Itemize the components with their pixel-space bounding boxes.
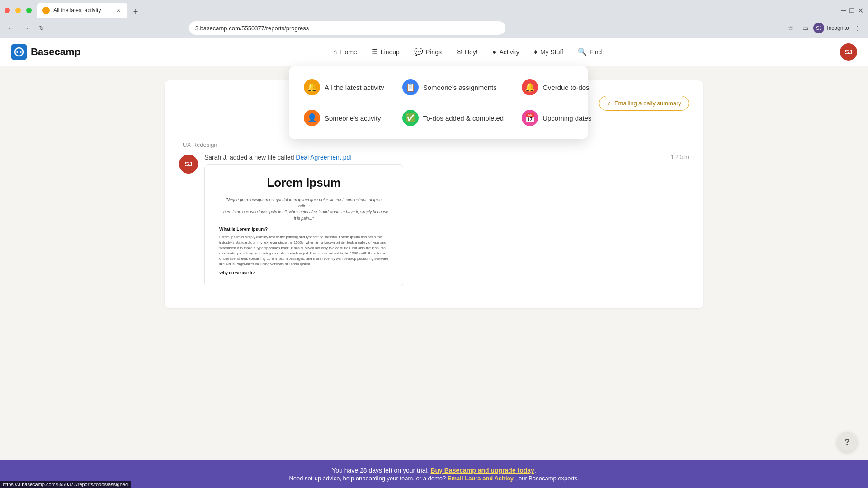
pings-icon: 💬: [414, 47, 423, 56]
tab-title: All the latest activity: [53, 7, 111, 14]
nav-activity-label: Activity: [499, 48, 519, 56]
activity-time: 1:20pm: [671, 154, 689, 160]
dropdown-someones-assignments-label: Someone's assignments: [423, 84, 497, 91]
lorem-title: Lorem Ipsum: [219, 176, 388, 190]
email-summary-check: ✓: [607, 100, 612, 107]
dropdown-someones-activity-label: Someone's activity: [325, 114, 381, 122]
file-preview[interactable]: Lorem Ipsum "Neque porro quisquam est qu…: [204, 164, 403, 286]
url-text: 3.basecamp.com/5550377/reports/progress: [195, 25, 309, 32]
dropdown-todos-completed-label: To-dos added & completed: [423, 114, 504, 122]
activity-avatar: SJ: [179, 155, 198, 174]
activity-dropdown: 🔔 All the latest activity 📋 Someone's as…: [289, 66, 588, 139]
address-bar[interactable]: 3.basecamp.com/5550377/reports/progress: [189, 21, 505, 35]
second-line-prefix: Need set-up advice, help onboarding your…: [289, 475, 446, 482]
nav-hey-label: Hey!: [465, 48, 478, 56]
nav-find-label: Find: [590, 48, 602, 56]
activity-item: SJ Sarah J. added a new file called Deal…: [179, 154, 689, 286]
browser-tab[interactable]: All the latest activity ×: [37, 3, 127, 18]
brand-name: Basecamp: [31, 46, 80, 58]
trial-text: You have 28 days left on your trial. Buy…: [11, 467, 857, 474]
todos-completed-icon: ✅: [402, 110, 419, 126]
svg-point-1: [16, 51, 18, 53]
lorem-section1-body: Lorem Ipsum is simply dummy text of the …: [219, 235, 388, 267]
activity-description: Sarah J. added a new file called Deal Ag…: [204, 154, 352, 161]
email-summary-label: Emailing a daily summary: [614, 100, 681, 107]
dropdown-todos-completed[interactable]: ✅ To-dos added & completed: [395, 104, 511, 131]
status-bar: https://3.basecamp.com/5550377/reports/t…: [0, 481, 131, 488]
dropdown-someones-activity[interactable]: 👤 Someone's activity: [297, 104, 392, 131]
dropdown-overdue-todos-label: Overdue to-dos: [542, 84, 589, 91]
email-summary-button[interactable]: ✓ Emailing a daily summary: [599, 96, 689, 111]
nav-lineup[interactable]: ☰ Lineup: [365, 44, 406, 60]
email-experts-link[interactable]: Email Laura and Ashley: [448, 475, 514, 482]
nav-find[interactable]: 🔍 Find: [571, 44, 608, 60]
more-button[interactable]: ⋮: [851, 22, 863, 34]
trial-second-line: Need set-up advice, help onboarding your…: [11, 475, 857, 482]
nav-home[interactable]: ⌂ Home: [327, 44, 363, 60]
nav-activity[interactable]: ● Activity: [486, 44, 526, 60]
user-avatar[interactable]: SJ: [840, 43, 857, 61]
email-suffix: , our Basecamp experts.: [515, 475, 579, 482]
activity-header-row: Sarah J. added a new file called Deal Ag…: [204, 154, 689, 161]
hey-icon: ✉: [456, 47, 462, 56]
nav-links: ⌂ Home ☰ Lineup 💬 Pings ✉ Hey! ● Activit…: [95, 44, 840, 60]
incognito-badge: SJ Incognito: [813, 23, 849, 33]
svg-point-0: [15, 48, 23, 56]
window-maximize-button[interactable]: □: [849, 6, 854, 15]
upgrade-suffix: .: [534, 467, 536, 474]
cast-button[interactable]: ▭: [799, 22, 811, 34]
help-button[interactable]: ?: [837, 432, 857, 452]
back-button[interactable]: ←: [5, 22, 17, 34]
activity-description-prefix: Sarah J. added a new file called: [204, 154, 294, 161]
dropdown-upcoming-dates-label: Upcoming dates: [542, 114, 591, 122]
lorem-quote1: "Neque porro quisquam est qui dolorem ip…: [219, 197, 388, 221]
trial-main-text: You have 28 days left on your trial.: [332, 467, 429, 474]
nav-my-stuff[interactable]: ♦ My Stuff: [528, 44, 570, 60]
someones-activity-icon: 👤: [304, 110, 320, 126]
new-tab-button[interactable]: +: [129, 5, 142, 18]
dropdown-all-latest-activity[interactable]: 🔔 All the latest activity: [297, 74, 392, 101]
project-label: UX Redesign: [179, 141, 689, 148]
someones-assignments-icon: 📋: [402, 79, 419, 95]
nav-pings[interactable]: 💬 Pings: [408, 44, 448, 60]
file-preview-content: Lorem Ipsum "Neque porro quisquam est qu…: [205, 165, 403, 286]
tab-favicon: [42, 7, 50, 14]
find-icon: 🔍: [578, 47, 587, 56]
activity-body: Sarah J. added a new file called Deal Ag…: [204, 154, 689, 286]
nav-pings-label: Pings: [426, 48, 442, 56]
file-link[interactable]: Deal Agreement.pdf: [296, 154, 352, 161]
dropdown-someones-assignments[interactable]: 📋 Someone's assignments: [395, 74, 511, 101]
nav-hey[interactable]: ✉ Hey!: [450, 44, 484, 60]
window-minimize-button[interactable]: ─: [841, 6, 846, 15]
window-close-button[interactable]: ✕: [858, 6, 863, 15]
overdue-todos-icon: 🔔: [522, 79, 538, 95]
activity-icon: ●: [492, 48, 497, 56]
home-icon: ⌂: [333, 48, 338, 56]
tab-close-button[interactable]: ×: [115, 7, 122, 14]
lorem-section2-title: Why do we use it?: [219, 271, 388, 275]
forward-button[interactable]: →: [20, 22, 33, 34]
upcoming-dates-icon: 📅: [522, 110, 538, 126]
nav-lineup-label: Lineup: [381, 48, 400, 56]
dropdown-upcoming-dates[interactable]: 📅 Upcoming dates: [514, 104, 599, 131]
refresh-button[interactable]: ↻: [35, 22, 48, 34]
dropdown-overdue-todos[interactable]: 🔔 Overdue to-dos: [514, 74, 599, 101]
star-button[interactable]: ☆: [784, 22, 797, 34]
brand-logo-link[interactable]: Basecamp: [11, 44, 80, 60]
nav-home-label: Home: [340, 48, 357, 56]
all-latest-icon: 🔔: [304, 79, 320, 95]
navbar: Basecamp ⌂ Home ☰ Lineup 💬 Pings ✉ Hey! …: [0, 38, 868, 66]
brand-logo-icon: [11, 44, 27, 60]
nav-my-stuff-label: My Stuff: [540, 48, 563, 56]
lineup-icon: ☰: [372, 47, 378, 56]
lorem-section1-title: What is Lorem Ipsum?: [219, 227, 388, 232]
upgrade-link[interactable]: Buy Basecamp and upgrade today: [430, 467, 534, 474]
incognito-icon[interactable]: SJ: [813, 23, 824, 33]
svg-point-2: [20, 51, 22, 53]
dropdown-all-latest-label: All the latest activity: [325, 84, 384, 91]
my-stuff-icon: ♦: [534, 48, 538, 56]
